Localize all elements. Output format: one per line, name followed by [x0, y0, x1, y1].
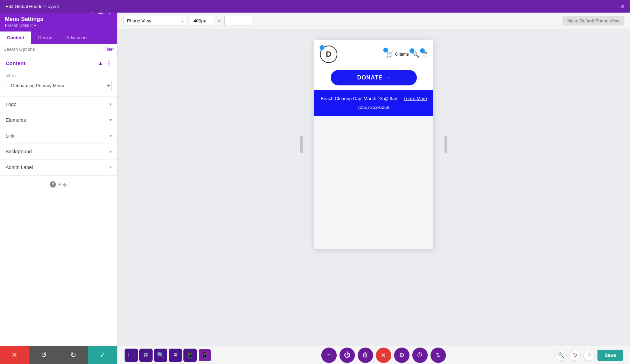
menu-label: Menu	[6, 74, 112, 78]
close-icon[interactable]: ×	[621, 3, 624, 9]
canvas-area: Phone View ▾ × Make Default Phone View	[118, 13, 630, 364]
power-button[interactable]: ⏻	[340, 348, 355, 363]
cart-items-label: 0 items	[395, 52, 409, 57]
px-input[interactable]	[190, 16, 214, 26]
settings-center-button[interactable]: ⚙	[394, 348, 410, 363]
logo-chevron: ▾	[110, 102, 112, 107]
admin-label-row[interactable]: Admin Label ▾	[0, 160, 117, 175]
link-row[interactable]: Link ▾	[0, 128, 117, 144]
panel-tabs: Content Design Advanced	[0, 31, 117, 44]
admin-chevron: ▾	[110, 165, 112, 170]
add-button[interactable]: +	[321, 348, 337, 363]
link-label: Link	[6, 133, 15, 139]
columns-icon[interactable]: ▦	[98, 13, 103, 15]
section-header-icons: ▲ ⋮	[98, 60, 112, 66]
phone-tool-button[interactable]: 📱	[198, 349, 211, 362]
panel-header-icons: ⚙ ▦ ⋮	[90, 13, 112, 15]
hamburger-tool-button[interactable]: ⋮⋮	[125, 349, 138, 362]
admin-label-text: Admin Label	[6, 164, 33, 170]
background-row[interactable]: Background ▾	[0, 144, 117, 160]
panel-footer: ? Help	[0, 175, 117, 193]
content-section-header: Content ▲ ⋮	[0, 55, 117, 70]
cancel-button[interactable]: ✕	[0, 346, 29, 364]
donate-button[interactable]: DONATE →	[331, 70, 417, 85]
donate-area: DONATE →	[314, 66, 433, 90]
background-chevron: ▾	[110, 149, 112, 154]
view-select-wrap: Phone View ▾	[123, 16, 186, 26]
refresh-right-button[interactable]: ↻	[569, 350, 581, 361]
panel-body: Content ▲ ⋮ Menu Onboarding Primary Menu…	[0, 55, 117, 346]
tab-design[interactable]: Design	[31, 31, 59, 44]
trash-button[interactable]: 🗑	[358, 348, 373, 363]
menu-field: Menu Onboarding Primary Menu	[0, 70, 117, 97]
bottom-tools-left: ⋮⋮ ⊞ 🔍 🖥 📱 📱	[125, 349, 211, 362]
cart-area[interactable]: 🛒 0 items	[386, 50, 409, 58]
collapse-icon[interactable]: ▲	[98, 60, 103, 66]
help-link[interactable]: ? Help	[50, 181, 68, 188]
search-nav-icon[interactable]: 🔍	[412, 50, 419, 58]
filter-button[interactable]: + Filter	[101, 47, 114, 52]
canvas-toolbar: Phone View ▾ × Make Default Phone View	[118, 13, 630, 29]
resize-handle-left[interactable]	[300, 136, 303, 153]
apply-button[interactable]: ✓	[88, 346, 117, 364]
panel-title: Menu Settings	[5, 16, 43, 22]
view-select[interactable]: Phone View	[123, 16, 186, 26]
make-default-button[interactable]: Make Default Phone View	[562, 16, 624, 26]
top-bar-title: Edit Global Header Layout	[6, 4, 59, 9]
redo-button[interactable]: ↻	[59, 346, 88, 364]
logo-row[interactable]: Logo ▾	[0, 97, 117, 112]
search-right-button[interactable]: 🔍	[555, 350, 567, 361]
phone-preview: D 🛒 0 items	[314, 40, 433, 249]
help-icon: ?	[50, 181, 56, 188]
bottom-tools-center: + ⏻ 🗑 ✕ ⚙ ⏱ ⇅	[321, 348, 446, 363]
px-clear-icon[interactable]: ×	[218, 18, 221, 24]
section-more-icon[interactable]: ⋮	[106, 60, 112, 66]
preview-banner: Beach Cleanup Day: March 13 @ 9am – Lear…	[314, 90, 433, 116]
search-tool-button[interactable]: 🔍	[154, 349, 167, 362]
save-button[interactable]: Save	[597, 350, 623, 361]
search-edit-dot	[410, 48, 414, 53]
desktop-tool-button[interactable]: 🖥	[169, 349, 182, 362]
top-bar: Edit Global Header Layout ×	[0, 0, 630, 13]
panel-header: Menu Settings Preset: Default ▾ ⚙ ▦ ⋮	[0, 13, 117, 31]
background-label: Background	[6, 149, 32, 154]
panel-preset[interactable]: Preset: Default ▾	[5, 23, 43, 28]
elements-label: Elements	[6, 117, 26, 123]
close-center-button[interactable]: ✕	[376, 348, 391, 363]
canvas-main: D 🛒 0 items	[118, 29, 630, 346]
banner-phone: (255) 352-6258	[320, 104, 428, 111]
phone-preview-wrapper: D 🛒 0 items	[314, 40, 433, 249]
bottom-tools-right: 🔍 ↻ ? Save	[555, 350, 623, 361]
menu-select[interactable]: Onboarding Primary Menu	[6, 80, 112, 91]
left-panel: Menu Settings Preset: Default ▾ ⚙ ▦ ⋮ Co…	[0, 13, 118, 364]
preview-logo[interactable]: D	[320, 46, 337, 63]
banner-learn-more-link[interactable]: Learn More	[404, 96, 427, 101]
preview-header: D 🛒 0 items	[314, 40, 433, 66]
tablet-tool-button[interactable]: 📱	[183, 349, 197, 362]
tab-advanced[interactable]: Advanced	[59, 31, 94, 44]
canvas-bottom-bar: ⋮⋮ ⊞ 🔍 🖥 📱 📱 + ⏻ 🗑 ✕ ⚙ ⏱ ⇅ 🔍 ↻	[118, 346, 630, 364]
preview-nav-right: 🛒 0 items 🔍 ☰	[386, 50, 428, 58]
timer-button[interactable]: ⏱	[412, 348, 428, 363]
hamburger-edit-dot	[420, 48, 425, 53]
search-input[interactable]	[4, 47, 98, 52]
extra-input[interactable]	[224, 16, 252, 26]
logo-edit-dot	[320, 45, 324, 50]
help-right-button[interactable]: ?	[583, 350, 595, 361]
undo-button[interactable]: ↺	[29, 346, 59, 364]
more-icon[interactable]: ⋮	[107, 13, 112, 15]
logo-letter: D	[326, 50, 331, 59]
resize-handle-right[interactable]	[444, 136, 447, 153]
hamburger-nav-icon[interactable]: ☰	[422, 50, 428, 58]
content-section-label: Content	[6, 60, 26, 66]
settings-icon[interactable]: ⚙	[90, 13, 94, 15]
link-chevron: ▾	[110, 133, 112, 138]
help-label: Help	[58, 182, 68, 187]
elements-row[interactable]: Elements ▾	[0, 112, 117, 128]
panel-search-row: + Filter	[0, 44, 117, 55]
tab-content[interactable]: Content	[0, 31, 31, 44]
sort-button[interactable]: ⇅	[430, 348, 446, 363]
grid-tool-button[interactable]: ⊞	[139, 349, 153, 362]
banner-text: Beach Cleanup Day: March 13 @ 9am –	[321, 96, 404, 101]
bottom-actions: ✕ ↺ ↻ ✓	[0, 346, 117, 364]
